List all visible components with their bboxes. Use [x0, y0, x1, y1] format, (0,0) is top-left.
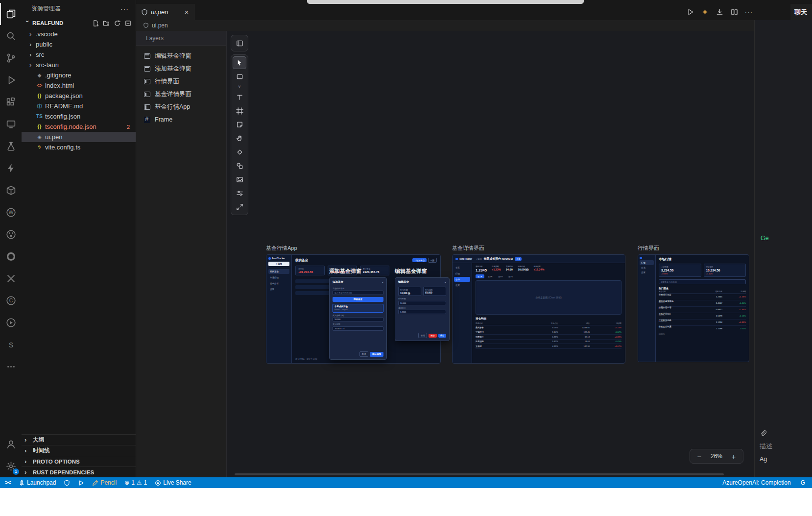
layer-item[interactable]: 编辑基金弹窗	[136, 49, 226, 62]
zoom-in-button[interactable]: +	[729, 452, 738, 461]
collapsed-section[interactable]: › 时间线	[22, 445, 136, 456]
paint-icon[interactable]	[0, 223, 22, 246]
settings-gear-icon[interactable]: 1	[0, 455, 22, 477]
note-tool[interactable]	[233, 118, 246, 131]
source-control-icon[interactable]	[0, 47, 22, 69]
component-label[interactable]: 添加基金弹窗	[329, 268, 387, 275]
launchpad-item[interactable]: Launchpad	[18, 477, 57, 488]
file-row[interactable]: ⓘ README.md	[22, 101, 136, 111]
partial-status-item[interactable]: G	[800, 477, 806, 488]
run-status-icon[interactable]	[77, 477, 85, 488]
mock-index-card: 深证成指 10,234.56 +1.12%	[704, 264, 746, 277]
image-tool[interactable]	[233, 173, 246, 186]
accounts-icon[interactable]	[0, 433, 22, 455]
select-tool[interactable]	[233, 56, 246, 69]
file-row[interactable]: {} tsconfig.node.json 2	[22, 122, 136, 132]
wakatime-icon[interactable]: W	[0, 201, 22, 223]
component-label[interactable]: 编辑基金弹窗	[395, 268, 450, 275]
search-icon[interactable]	[0, 25, 22, 47]
new-folder-icon[interactable]	[103, 20, 110, 27]
dependency-ring-icon[interactable]	[0, 246, 22, 268]
extensions-icon[interactable]	[0, 91, 22, 113]
thunder-client-icon[interactable]	[0, 157, 22, 179]
explorer-icon[interactable]	[0, 3, 22, 25]
live-share-item[interactable]: Live Share	[154, 477, 192, 488]
file-row[interactable]: › .vscode	[22, 29, 136, 39]
frame-tool[interactable]	[233, 104, 246, 117]
pencil-preview-icon[interactable]	[699, 7, 710, 18]
artboard-market[interactable]: 行情界面 行情自选设置 市场行情 上证指数 3,234.56 +0.56%	[638, 245, 749, 362]
mock-chart-placeholder: 业绩走势图 (Chart 区域)	[476, 280, 621, 315]
component-add-fund-modal[interactable]: 添加基金弹窗 添加基金× 基金代码/名称 输入基金代码或名称 搜索基金 华夏成长…	[329, 268, 387, 360]
hand-tool[interactable]	[233, 132, 246, 145]
tab-ui-pen[interactable]: ui.pen ×	[136, 4, 195, 20]
tab-chat[interactable]: 聊天	[790, 4, 812, 20]
refresh-icon[interactable]	[114, 20, 121, 27]
artboard-label[interactable]: 基金详情界面	[452, 245, 625, 252]
file-row[interactable]: TS tsconfig.json	[22, 111, 136, 122]
attach-icon[interactable]	[760, 430, 767, 437]
rectangle-tool[interactable]	[233, 70, 246, 83]
file-name: tsconfig.node.json	[45, 123, 96, 130]
command-center-pill[interactable]	[307, 0, 584, 4]
problems-item[interactable]: ⊗ 1 ⚠ 1	[123, 477, 148, 488]
export-icon[interactable]	[714, 7, 725, 18]
collapsed-section[interactable]: › 大纲	[22, 434, 136, 445]
breadcrumb[interactable]: ui.pen	[136, 20, 754, 31]
remote-indicator[interactable]: ><	[4, 477, 12, 488]
file-row[interactable]: › src	[22, 49, 136, 60]
xml-tools-icon[interactable]	[0, 268, 22, 290]
file-row[interactable]: <> index.html	[22, 80, 136, 91]
azure-openai-item[interactable]: AzureOpenAI: Completion	[721, 477, 791, 488]
new-file-icon[interactable]	[92, 20, 99, 27]
project-section-header[interactable]: › REALFUND	[22, 17, 136, 29]
sidebar-more-icon[interactable]: ···	[120, 5, 129, 13]
shapes-tool[interactable]	[233, 159, 246, 172]
package-explorer-icon[interactable]	[0, 179, 22, 201]
collapsed-section[interactable]: › RUST DEPENDENCIES	[22, 467, 136, 477]
breadcrumb-item[interactable]: ui.pen	[152, 22, 168, 29]
split-editor-icon[interactable]	[729, 7, 740, 18]
file-row[interactable]: {} package.json	[22, 91, 136, 101]
properties-tool[interactable]	[233, 187, 246, 199]
artboard-label[interactable]: 行情界面	[638, 245, 749, 252]
shape-dropdown-icon[interactable]: ˅	[233, 84, 246, 90]
generate-link[interactable]: Ge	[761, 235, 769, 242]
collapsed-section[interactable]: › PROTO OPTIONS	[22, 456, 136, 467]
artboard-label[interactable]: 基金行情App	[266, 245, 441, 252]
pencil-status-item[interactable]: Pencil	[91, 477, 118, 488]
more-actions-icon[interactable]: ···	[743, 7, 754, 18]
file-row[interactable]: › src-tauri	[22, 60, 136, 70]
collapse-all-icon[interactable]	[124, 20, 132, 27]
file-row[interactable]: ϟ vite.config.ts	[22, 142, 136, 152]
layer-item[interactable]: Frame	[136, 113, 226, 126]
layer-item[interactable]: 基金行情App	[136, 100, 226, 113]
design-canvas[interactable]: ˅ 基金行情App FundTracker + 添加 我的基金市场	[227, 31, 754, 477]
svelte-ext-icon[interactable]: S	[0, 334, 22, 356]
folder-chevron-icon: ›	[29, 41, 36, 48]
run-debug-icon[interactable]	[0, 69, 22, 91]
file-row[interactable]: › public	[22, 39, 136, 49]
c-lang-icon[interactable]: C	[0, 290, 22, 312]
artboard-fund-detail[interactable]: 基金详情界面 FundTracker ‹ 返回 华夏成长混合 (000001) …	[452, 245, 625, 364]
tab-close-icon[interactable]: ×	[182, 8, 191, 16]
panel-toggle-tool[interactable]	[233, 37, 246, 49]
run-button[interactable]	[685, 7, 695, 18]
component-edit-fund-modal[interactable]: 编辑基金弹窗 编辑基金× 持仓份额 10,000 份 持仓成本 ¥5,000 持…	[395, 268, 450, 341]
zoom-out-button[interactable]: −	[695, 452, 704, 461]
agent-mode-select[interactable]: Ag	[760, 456, 767, 463]
testing-icon[interactable]	[0, 135, 22, 157]
text-tool[interactable]	[233, 91, 246, 103]
resize-tool[interactable]	[233, 200, 246, 213]
layer-item[interactable]: 添加基金弹窗	[136, 62, 226, 75]
more-extensions-icon[interactable]	[0, 356, 22, 378]
file-row[interactable]: ◆ .gitignore	[22, 70, 136, 80]
layer-item[interactable]: 行情界面	[136, 75, 226, 88]
remote-explorer-icon[interactable]	[0, 113, 22, 135]
player-ext-icon[interactable]	[0, 312, 22, 334]
layer-item[interactable]: 基金详情界面	[136, 88, 226, 100]
pen-status-icon[interactable]	[63, 477, 71, 488]
connector-tool[interactable]	[233, 146, 246, 158]
horizontal-scrollbar[interactable]	[235, 473, 724, 475]
file-row[interactable]: ◈ ui.pen	[22, 132, 136, 142]
